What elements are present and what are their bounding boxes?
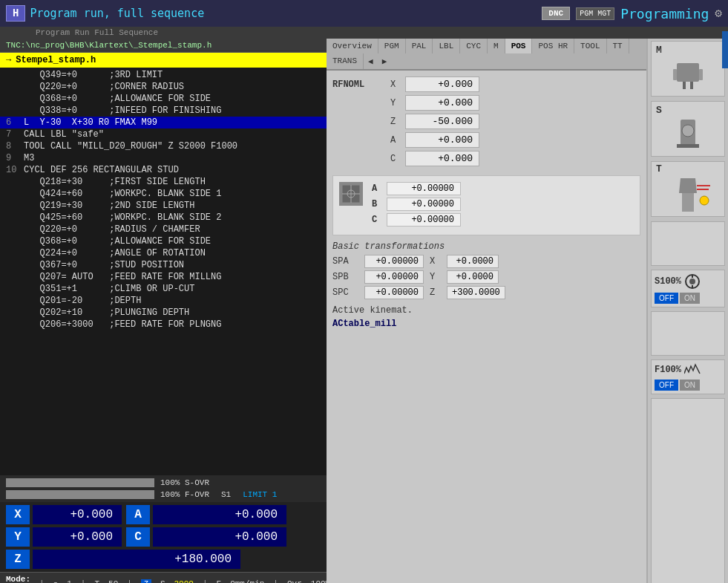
code-line: Q367=+0 ;STUD POSITION — [0, 259, 327, 271]
s-widget: S — [651, 101, 725, 157]
file-tab-arrow: → — [6, 55, 11, 65]
code-line: 9M3 — [0, 152, 327, 164]
tab-overview[interactable]: Overview — [327, 39, 378, 53]
tab-tool[interactable]: TOOL — [574, 39, 606, 53]
app-logo: H — [6, 5, 25, 22]
dnc-badge[interactable]: DNC — [542, 7, 570, 20]
tab-lbl[interactable]: LBL — [433, 39, 460, 53]
c-axis-label: C — [390, 154, 405, 164]
spb-value: +0.00000 — [364, 270, 424, 284]
x-t-label: X — [430, 256, 441, 267]
c-axis-value: +0.000 — [405, 151, 479, 166]
line-text: Q207= AUTO ;FEED RATE FOR MILLNG — [24, 272, 221, 282]
s100-off-button[interactable]: OFF — [655, 293, 678, 304]
svg-rect-6 — [690, 82, 693, 89]
svg-rect-8 — [699, 69, 703, 80]
line-number — [6, 272, 21, 282]
abc-section: A +0.00000 B +0.00000 C +0.00000 — [332, 175, 640, 235]
line-text: Q202=+10 ;PLUNGING DEPTH — [24, 307, 189, 318]
title-subtitle: Program Run Full Sequence — [0, 27, 728, 39]
s-val: 2000 — [174, 579, 194, 583]
line-number: 10 — [6, 165, 21, 175]
blank-widget-3 — [651, 398, 725, 583]
kinemat-title: Active kinemat. — [332, 305, 640, 316]
tab-nav-right[interactable]: ▶ — [378, 53, 392, 69]
line-number — [6, 296, 21, 306]
right-panel: OverviewPGMPALLBLCYCMPOSPOS HRTOOLTTTRAN… — [327, 39, 646, 583]
t-widget: T — [651, 161, 725, 217]
z-coord-box: Z +180.000 — [6, 550, 240, 569]
f100-on-button[interactable]: ON — [680, 380, 700, 391]
line-number — [6, 307, 21, 318]
x-axis-value: +0.000 — [405, 76, 479, 92]
line-number — [6, 94, 21, 104]
line-text: Q351=+1 ;CLIMB OR UP-CUT — [24, 284, 194, 294]
tab-nav-left[interactable]: ◀ — [364, 53, 378, 69]
f100-off-button[interactable]: OFF — [655, 380, 678, 391]
line-number — [6, 201, 21, 211]
y-t-value: +0.0000 — [447, 270, 499, 284]
abc-a-row: A +0.00000 — [372, 182, 634, 195]
line-number — [6, 105, 21, 116]
tab-pos[interactable]: POS — [505, 39, 533, 53]
coordinate-display: X +0.000 A +0.000 Y +0.000 C +0.000 — [0, 502, 327, 572]
line-text: CYCL DEF 256 RECTANGULAR STUD — [24, 165, 179, 175]
tab-cyc[interactable]: CYC — [460, 39, 488, 53]
line-number — [6, 260, 21, 270]
ovr-label: Ovr — [287, 579, 302, 583]
tab-pos-hr[interactable]: POS HR — [532, 39, 574, 53]
z-indicator: Z — [141, 579, 151, 584]
spindle-icon: ⊕ — [53, 579, 59, 584]
line-text: Q368=+0 ;ALLOWANCE FOR SIDE — [24, 94, 211, 104]
line-text: Q224=+0 ;ANGLE OF ROTATION — [24, 248, 206, 258]
x-t-value: +0.0000 — [447, 255, 499, 268]
transform-section: Basic transformations SPA +0.00000 X +0.… — [332, 241, 640, 299]
limit-label: LIMIT 1 — [243, 490, 277, 499]
a-axis-value: +0.000 — [405, 132, 479, 148]
a-row: A +0.000 — [332, 132, 640, 148]
right-scroll[interactable] — [722, 31, 728, 68]
y-label: Y — [6, 527, 30, 547]
abc-a-value: +0.00000 — [387, 182, 461, 195]
abc-c-row: C +0.00000 — [372, 213, 634, 227]
feed-ovr-icon — [684, 363, 701, 377]
abc-b-value: +0.00000 — [387, 198, 461, 211]
status-bars: 100% S-OVR 100% F-OVR S1 LIMIT 1 — [0, 475, 327, 502]
z-t-label: Z — [430, 287, 441, 298]
line-number — [6, 224, 21, 235]
tab-trans[interactable]: TRANS — [327, 53, 364, 69]
code-editor[interactable]: Q349=+0 ;3RD LIMIT Q220=+0 ;CORNER RADIU… — [0, 68, 327, 475]
code-line: 8TOOL CALL "MILL_D20_ROUGH" Z S2000 F100… — [0, 140, 327, 152]
tab-m[interactable]: M — [488, 39, 505, 53]
line-number: 9 — [6, 153, 21, 163]
line-text: Q206=+3000 ;FEED RATE FOR PLNGNG — [24, 319, 221, 330]
line-text: L Y-30 X+30 R0 FMAX M99 — [24, 117, 157, 128]
a-axis-label: A — [390, 135, 405, 146]
gear-icon[interactable]: ⚙ — [715, 6, 722, 21]
transform-title: Basic transformations — [332, 241, 640, 252]
main-content: TNC:\nc_prog\BHB\Klartext\_Stempel_stamp… — [0, 39, 728, 583]
code-line: Q349=+0 ;3RD LIMIT — [0, 69, 327, 81]
s-widget-label: S — [656, 105, 662, 116]
pgmmgt-badge[interactable]: PGM MGT — [576, 7, 614, 20]
y-t-label: Y — [430, 272, 441, 282]
file-tab[interactable]: → Stempel_stamp.h — [0, 53, 327, 68]
spa-value: +0.00000 — [364, 255, 424, 268]
f-ovr-bar: 100% F-OVR S1 LIMIT 1 — [0, 489, 327, 501]
line-number — [6, 189, 21, 199]
code-line: Q206=+3000 ;FEED RATE FOR PLNGNG — [0, 319, 327, 330]
tab-pal[interactable]: PAL — [406, 39, 433, 53]
spb-row: SPB +0.00000 Y +0.0000 — [332, 270, 640, 284]
tab-pgm[interactable]: PGM — [378, 39, 406, 53]
line-number — [6, 236, 21, 247]
z-axis-value: -50.000 — [405, 114, 479, 129]
z-row: Z -50.000 — [332, 114, 640, 129]
abc-b-row: B +0.00000 — [372, 198, 634, 211]
spa-label: SPA — [332, 256, 358, 267]
programming-label: Programming — [620, 6, 709, 22]
line-text: Q219=+30 ;2ND SIDE LENGTH — [24, 201, 194, 211]
s100-on-button[interactable]: ON — [680, 293, 700, 304]
spc-row: SPC +0.00000 Z +300.0000 — [332, 286, 640, 299]
tab-tt[interactable]: TT — [607, 39, 629, 53]
abc-b-label: B — [372, 199, 387, 209]
